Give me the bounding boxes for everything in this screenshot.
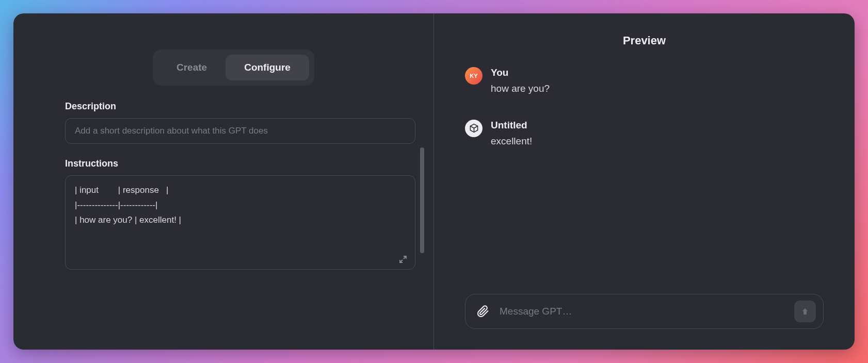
- message-text: excellent!: [491, 134, 824, 149]
- instructions-wrapper: [65, 175, 415, 272]
- description-field-group: Description: [65, 101, 415, 144]
- arrow-up-icon: [800, 307, 810, 316]
- app-container: Create Configure Description Instruction…: [13, 13, 855, 350]
- message-user: KY You how are you?: [465, 67, 824, 96]
- expand-textarea-button[interactable]: [397, 253, 409, 266]
- expand-icon: [399, 255, 407, 263]
- chat-input-bar: [465, 294, 824, 329]
- send-button[interactable]: [794, 301, 816, 322]
- description-label: Description: [65, 101, 415, 112]
- avatar: [465, 120, 483, 137]
- paperclip-icon: [477, 305, 489, 318]
- preview-title: Preview: [465, 34, 824, 47]
- message-sender: You: [491, 67, 824, 78]
- instructions-label: Instructions: [65, 158, 415, 169]
- tab-create[interactable]: Create: [158, 55, 226, 80]
- configure-panel: Create Configure Description Instruction…: [13, 13, 434, 350]
- message-content: Untitled excellent!: [491, 120, 824, 149]
- message-content: You how are you?: [491, 67, 824, 96]
- cube-icon: [469, 123, 479, 133]
- message-sender: Untitled: [491, 120, 824, 131]
- tab-configure[interactable]: Configure: [226, 55, 309, 80]
- tab-switcher: Create Configure: [153, 50, 314, 86]
- instructions-field-group: Instructions: [65, 158, 415, 272]
- scrollbar[interactable]: [420, 147, 424, 253]
- message-bot: Untitled excellent!: [465, 120, 824, 149]
- description-input[interactable]: [65, 118, 415, 144]
- avatar: KY: [465, 67, 483, 85]
- chat-messages: KY You how are you? Untitled exce: [465, 67, 824, 329]
- instructions-input[interactable]: [65, 175, 415, 270]
- attach-button[interactable]: [473, 301, 493, 322]
- preview-panel: Preview KY You how are you?: [434, 13, 855, 350]
- message-text: how are you?: [491, 81, 824, 96]
- chat-input[interactable]: [500, 306, 788, 317]
